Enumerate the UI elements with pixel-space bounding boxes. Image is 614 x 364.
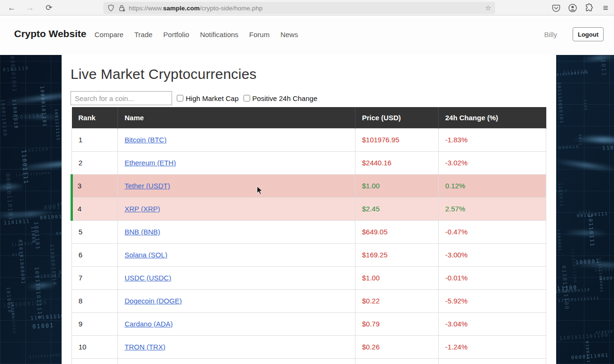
coin-link[interactable]: Dogecoin (DOGE) <box>125 297 182 305</box>
forward-button[interactable]: → <box>24 2 36 14</box>
browser-toolbar: ← → ⟳ https://www.sample.com/crypto-side… <box>0 0 614 15</box>
filter-positive-24h[interactable]: Positive 24h Change <box>244 94 317 102</box>
high-market-cap-checkbox[interactable] <box>177 95 183 101</box>
rank-cell: 2 <box>72 151 118 174</box>
username-label: Billy <box>544 31 557 39</box>
logout-button[interactable]: Logout <box>573 27 604 41</box>
positive-24h-label[interactable]: Positive 24h Change <box>252 94 317 102</box>
change-cell: -1.83% <box>439 128 546 151</box>
name-cell: Ethereum (ETH) <box>118 151 355 174</box>
account-icon[interactable] <box>568 3 577 13</box>
table-row[interactable]: 10TRON (TRX)$0.26-1.24% <box>72 335 546 358</box>
table-row[interactable]: 2Ethereum (ETH)$2440.16-3.02% <box>72 151 546 174</box>
coin-link[interactable]: XRP (XRP) <box>125 205 160 213</box>
change-cell: -3.00% <box>439 243 546 266</box>
lock-warning-icon[interactable] <box>118 4 126 12</box>
change-cell: -0.47% <box>439 220 546 243</box>
rank-cell: 9 <box>72 312 118 335</box>
menu-icon[interactable]: ≡ <box>601 3 610 13</box>
coin-link[interactable]: TRON (TRX) <box>125 343 165 351</box>
price-cell: $0.79 <box>355 312 439 335</box>
url-domain: sample.com <box>163 5 200 12</box>
empty-cell <box>439 358 546 364</box>
filter-high-market-cap[interactable]: High Market Cap <box>177 94 239 102</box>
toolbar-right-icons: ≡ <box>551 2 610 14</box>
coin-link[interactable]: Tether (USDT) <box>125 182 170 190</box>
rank-cell: 6 <box>72 243 118 266</box>
address-bar[interactable]: https://www.sample.com/crypto-side/home.… <box>103 2 495 14</box>
rank-cell: 10 <box>72 335 118 358</box>
coin-link[interactable]: Cardano (ADA) <box>125 320 173 328</box>
table-row[interactable]: 5BNB (BNB)$649.05-0.47% <box>72 220 546 243</box>
table-row[interactable]: 8Dogecoin (DOGE)$0.22-5.92% <box>72 289 546 312</box>
reload-button[interactable]: ⟳ <box>43 2 55 14</box>
column-rank: Rank <box>72 107 118 128</box>
change-cell: -3.02% <box>439 151 546 174</box>
rank-cell: 4 <box>72 197 118 220</box>
rank-cell: 1 <box>72 128 118 151</box>
nav-compare[interactable]: Compare <box>94 31 124 39</box>
table-row[interactable]: 3Tether (USDT)$1.000.12% <box>72 174 546 197</box>
extensions-icon[interactable] <box>584 3 594 13</box>
coin-link[interactable]: USDC (USDC) <box>125 274 171 282</box>
high-market-cap-label[interactable]: High Market Cap <box>186 94 239 102</box>
column-name: Name <box>118 107 355 128</box>
name-cell: BNB (BNB) <box>118 220 355 243</box>
rank-cell: 5 <box>72 220 118 243</box>
table-row[interactable]: 6Solana (SOL)$169.25-3.00% <box>72 243 546 266</box>
page-background: 1111110001110010011010101010000011000110… <box>0 55 614 364</box>
name-cell: Dogecoin (DOGE) <box>118 289 355 312</box>
shield-icon[interactable] <box>107 4 115 12</box>
url-text: https://www.sample.com/crypto-side/home.… <box>129 5 485 12</box>
nav-trade[interactable]: Trade <box>134 31 153 39</box>
price-cell: $2.45 <box>355 197 439 220</box>
rank-cell: 7 <box>72 266 118 289</box>
name-cell: Tether (USDT) <box>118 174 355 197</box>
coin-link[interactable]: Solana (SOL) <box>125 251 167 259</box>
content-card: Live Market Cryptocurrencies High Market… <box>62 55 556 364</box>
price-cell: $1.00 <box>355 174 439 197</box>
pocket-icon[interactable] <box>551 3 561 13</box>
coin-link[interactable]: Ethereum (ETH) <box>125 159 176 167</box>
empty-cell <box>72 358 118 364</box>
bookmark-star-icon[interactable]: ☆ <box>485 4 491 12</box>
name-cell: USDC (USDC) <box>118 266 355 289</box>
table-row[interactable]: 1Bitcoin (BTC)$101976.95-1.83% <box>72 128 546 151</box>
crypto-market-table: Rank Name Price (USD) 24h Change (%) 1Bi… <box>71 107 546 364</box>
browser-window: ← → ⟳ https://www.sample.com/crypto-side… <box>0 0 614 364</box>
table-row[interactable]: 4XRP (XRP)$2.452.57% <box>72 197 546 220</box>
name-cell: TRON (TRX) <box>118 335 355 358</box>
table-row[interactable]: 7USDC (USDC)$1.00-0.01% <box>72 266 546 289</box>
empty-cell <box>355 358 439 364</box>
change-cell: 0.12% <box>439 174 546 197</box>
name-cell: Solana (SOL) <box>118 243 355 266</box>
coin-link[interactable]: BNB (BNB) <box>125 228 160 236</box>
empty-cell <box>118 358 355 364</box>
main-nav: Compare Trade Portfolio Notifications Fo… <box>94 31 298 39</box>
name-cell: Bitcoin (BTC) <box>118 128 355 151</box>
back-button[interactable]: ← <box>6 2 18 14</box>
positive-24h-checkbox[interactable] <box>244 95 250 101</box>
column-price: Price (USD) <box>355 107 439 128</box>
price-cell: $0.22 <box>355 289 439 312</box>
site-brand[interactable]: Crypto Website <box>14 28 87 39</box>
rank-cell: 8 <box>72 289 118 312</box>
filter-controls: High Market Cap Positive 24h Change <box>71 91 317 105</box>
nav-notifications[interactable]: Notifications <box>200 31 238 39</box>
price-cell: $649.05 <box>355 220 439 243</box>
url-path: /crypto-side/home.php <box>200 5 263 12</box>
nav-forum[interactable]: Forum <box>249 31 269 39</box>
table-header-row: Rank Name Price (USD) 24h Change (%) <box>72 107 546 128</box>
nav-news[interactable]: News <box>280 31 298 39</box>
search-input[interactable] <box>71 91 172 105</box>
price-cell: $101976.95 <box>355 128 439 151</box>
change-cell: 2.57% <box>439 197 546 220</box>
nav-portfolio[interactable]: Portfolio <box>163 31 189 39</box>
change-cell: -0.01% <box>439 266 546 289</box>
url-prefix: https://www. <box>129 5 163 12</box>
rank-cell: 3 <box>72 174 118 197</box>
price-cell: $0.26 <box>355 335 439 358</box>
coin-link[interactable]: Bitcoin (BTC) <box>125 136 166 144</box>
change-cell: -1.24% <box>439 335 546 358</box>
table-row[interactable]: 9Cardano (ADA)$0.79-3.04% <box>72 312 546 335</box>
